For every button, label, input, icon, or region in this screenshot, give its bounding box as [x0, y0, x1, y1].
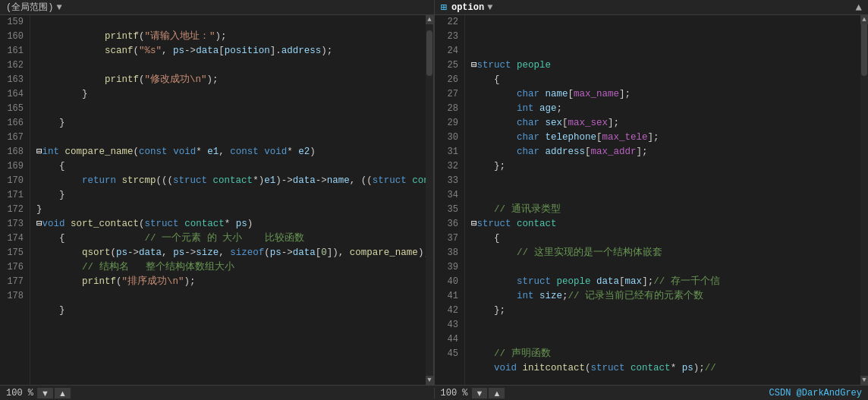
right-zoom-up-btn[interactable]: ▲: [489, 388, 505, 398]
left-zoom-up-btn[interactable]: ▲: [55, 388, 71, 398]
left-scrollbar[interactable]: ▲ ▼: [426, 15, 433, 385]
bottom-right: 100 % ▼ ▲ CSDN @DarkAndGrey: [435, 388, 869, 398]
right-scroll-down[interactable]: ▼: [860, 376, 868, 385]
editors: 159 160 161 162 163 164 165 166 167 168 …: [0, 15, 868, 385]
left-line-numbers: 159 160 161 162 163 164 165 166 167 168 …: [0, 15, 30, 385]
left-editor-pane: 159 160 161 162 163 164 165 166 167 168 …: [0, 15, 434, 385]
left-scroll-up[interactable]: ▲: [426, 15, 433, 24]
top-bar-right: ⊞ option ▼ ▲: [435, 0, 869, 14]
right-scroll-up[interactable]: ▲: [860, 15, 868, 24]
right-code-area: 22 23 24 25 26 27 28 29 30 31 32 33 34 3…: [435, 15, 868, 385]
right-scrollbar-thumb[interactable]: [861, 23, 867, 76]
top-bar-left[interactable]: (全局范围) ▼: [0, 0, 435, 14]
watermark: CSDN @DarkAndGrey: [769, 388, 862, 398]
right-zoom-down-btn[interactable]: ▼: [472, 388, 488, 398]
scope-label: (全局范围): [6, 1, 53, 14]
main-container: (全局范围) ▼ ⊞ option ▼ ▲ 159 160 161 162 16…: [0, 0, 868, 400]
left-scrollbar-thumb[interactable]: [426, 30, 432, 76]
top-right-scroll-up[interactable]: ▲: [856, 2, 862, 14]
right-scrollbar[interactable]: ▲ ▼: [860, 15, 868, 385]
right-code-content[interactable]: ⊟struct people { char name[max_name]; in…: [465, 15, 860, 385]
split-icon: ⊞: [441, 1, 447, 14]
right-line-numbers: 22 23 24 25 26 27 28 29 30 31 32 33 34 3…: [435, 15, 465, 385]
bottom-bar: 100 % ▼ ▲ 100 % ▼ ▲ CSDN @DarkAndGrey: [0, 385, 868, 400]
left-zoom-level: 100 %: [6, 388, 33, 398]
left-code-area: 159 160 161 162 163 164 165 166 167 168 …: [0, 15, 433, 385]
option-dropdown-icon[interactable]: ▼: [487, 2, 492, 13]
option-label: option: [451, 2, 484, 13]
scope-dropdown-icon[interactable]: ▼: [56, 2, 61, 13]
bottom-left: 100 % ▼ ▲: [0, 388, 435, 398]
left-scroll-down[interactable]: ▼: [426, 376, 433, 385]
right-zoom-level: 100 %: [441, 388, 468, 398]
left-zoom-down-btn[interactable]: ▼: [37, 388, 53, 398]
top-bar: (全局范围) ▼ ⊞ option ▼ ▲: [0, 0, 868, 15]
right-editor-pane: 22 23 24 25 26 27 28 29 30 31 32 33 34 3…: [434, 15, 868, 385]
left-code-content[interactable]: printf("请输入地址："); scanf("%s", ps->data[p…: [30, 15, 426, 385]
